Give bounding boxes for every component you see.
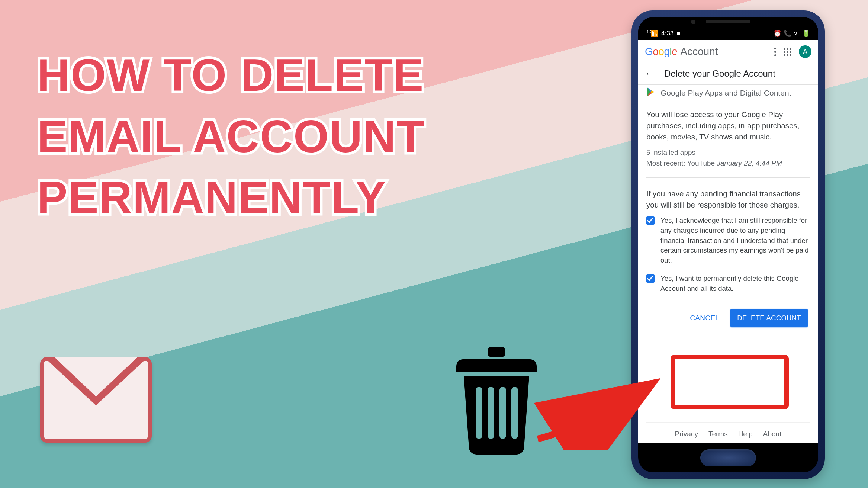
title-line-1: How To Delete [37,45,461,106]
phone-screen-bezel: 4G📶 4:33 ■ ⏰ 📞 ᯤ 🔋 Google Account [638,17,818,472]
network-icon: 4G📶 [646,30,658,38]
svg-rect-1 [476,387,482,439]
google-play-icon [646,87,655,97]
most-recent-prefix: Most recent: YouTube [646,159,717,167]
most-recent-row: Most recent: YouTube January 22, 4:44 PM [646,158,810,169]
phone-camera [691,20,695,24]
status-time: 4:33 [661,30,673,37]
pending-transactions-text: If you have any pending financial transa… [646,188,810,210]
trash-icon [456,347,537,456]
acknowledge-row-1[interactable]: Yes, I acknowledge that I am still respo… [646,216,810,266]
app-screen: Google Account A ← Delete your Google Ac… [638,40,818,443]
footer-about[interactable]: About [763,430,782,438]
footer-terms[interactable]: Terms [708,430,728,438]
video-icon: ■ [676,30,680,37]
header-account-label: Account [680,46,718,58]
lose-access-text: You will lose access to your Google Play… [646,109,810,142]
app-header: Google Account A [638,40,818,62]
status-bar: 4G📶 4:33 ■ ⏰ 📞 ᯤ 🔋 [638,27,818,40]
acknowledge-row-2[interactable]: Yes, I want to permanently delete this G… [646,274,810,294]
installed-apps-count: 5 installed apps [646,147,810,158]
ack-1-text: Yes, I acknowledge that I am still respo… [660,216,810,266]
footer-links: Privacy Terms Help About [646,422,810,443]
status-right: ⏰ 📞 ᯤ 🔋 [774,30,810,38]
svg-rect-4 [511,387,518,439]
footer-help[interactable]: Help [738,430,753,438]
apps-grid-icon[interactable] [784,48,791,56]
thumbnail-title: How To Delete email account permanently [37,45,461,228]
phone-home-button[interactable] [700,449,756,466]
cancel-button[interactable]: CANCEL [687,309,722,327]
installed-apps-meta: 5 installed apps Most recent: YouTube Ja… [646,147,810,168]
battery-icon: 🔋 [802,30,810,38]
alarm-icon: ⏰ [774,30,781,38]
avatar[interactable]: A [799,45,811,58]
more-menu-icon[interactable] [774,48,776,56]
play-content-row: Google Play Apps and Digital Content [646,87,810,98]
gmail-icon [40,357,152,443]
svg-rect-2 [488,387,494,439]
wifi-icon: ᯤ [794,30,800,37]
title-line-2: email account [37,106,461,167]
action-button-row: CANCEL DELETE ACCOUNT [646,305,810,334]
google-logo: Google [645,46,677,58]
phone-speaker [706,20,750,23]
back-arrow-icon[interactable]: ← [645,68,655,79]
checkbox-ack-2[interactable] [646,274,655,283]
svg-rect-0 [488,347,505,357]
play-content-label: Google Play Apps and Digital Content [660,87,791,98]
status-left: 4G📶 4:33 ■ [646,30,681,38]
divider [646,177,810,178]
svg-rect-3 [499,387,506,439]
avatar-letter: A [803,48,807,56]
checkbox-ack-1[interactable] [646,216,655,225]
page-title: Delete your Google Account [664,68,775,79]
delete-account-button[interactable]: DELETE ACCOUNT [730,309,808,327]
footer-privacy[interactable]: Privacy [675,430,698,438]
page-content: Google Play Apps and Digital Content You… [638,85,818,443]
call-icon: 📞 [784,30,791,38]
page-subheader: ← Delete your Google Account [638,62,818,85]
title-line-3: permanently [37,167,461,228]
most-recent-time: January 22, 4:44 PM [717,159,782,167]
phone-frame: 4G📶 4:33 ■ ⏰ 📞 ᯤ 🔋 Google Account [631,10,825,479]
ack-2-text: Yes, I want to permanently delete this G… [660,274,810,294]
